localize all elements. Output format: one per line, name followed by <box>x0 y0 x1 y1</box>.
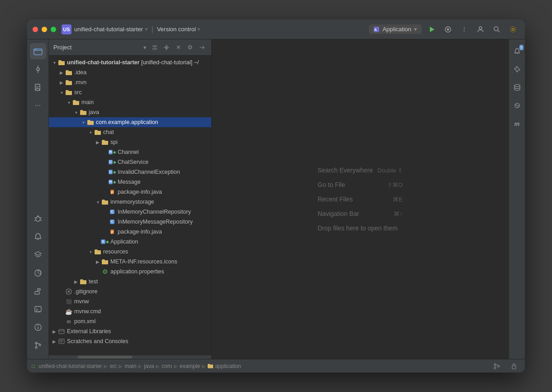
src-arrow: ▾ <box>58 90 65 95</box>
meta-inf-folder-icon <box>101 258 109 265</box>
project-dropdown-arrow[interactable]: ▾ <box>145 26 148 33</box>
right-notifications-button[interactable]: ! <box>509 43 525 59</box>
spi-folder-icon <box>101 139 109 146</box>
sidebar-item-debug[interactable] <box>30 210 46 227</box>
tree-channel[interactable]: R ◆ Channel <box>49 147 211 157</box>
close-panel-button[interactable]: ✕ <box>173 43 183 53</box>
tree-app-properties[interactable]: ⚙ application.properties <box>49 267 211 277</box>
run-configuration[interactable]: A Application ▾ <box>369 24 422 34</box>
debug-button[interactable] <box>442 23 454 36</box>
sidebar-item-notifications[interactable] <box>30 229 46 245</box>
services-icon <box>34 269 42 277</box>
settings-button[interactable] <box>507 23 519 36</box>
tree-root[interactable]: ▾ unified-chat-tutorial-starter [unified… <box>49 57 211 67</box>
bookmark-icon <box>34 83 42 91</box>
hint-goto-file: Go to File ⇧⌘O <box>318 181 403 188</box>
tree-resources[interactable]: ▾ resources <box>49 247 211 257</box>
scrollbar-thumb[interactable] <box>78 356 132 359</box>
resources-arrow: ▾ <box>87 249 94 254</box>
sidebar-item-commit[interactable] <box>30 61 46 77</box>
folder-icon <box>33 47 43 56</box>
tree-idea[interactable]: ▶ .idea <box>49 67 211 77</box>
sidebar-item-services[interactable] <box>30 265 46 281</box>
expand-panel-button[interactable] <box>197 43 207 53</box>
tree-mvn[interactable]: ▶ .mvn <box>49 77 211 87</box>
app-config-dropdown[interactable]: ▾ <box>414 26 417 33</box>
maximize-button[interactable] <box>51 27 56 32</box>
status-branch-button[interactable] <box>490 360 503 373</box>
sidebar-item-build[interactable] <box>30 283 46 299</box>
tree-src[interactable]: ▾ src <box>49 87 211 97</box>
sidebar-item-info[interactable] <box>30 319 46 335</box>
tree-pom[interactable]: m pom.xml <box>49 316 211 326</box>
tree-com-example[interactable]: ▾ com.example.application <box>49 117 211 127</box>
panel-dropdown[interactable]: ▾ <box>143 44 146 51</box>
tree-mvnw-cmd[interactable]: ☕ mvnw.cmd <box>49 306 211 316</box>
breadcrumb-src[interactable]: src <box>109 363 117 369</box>
svg-rect-22 <box>35 292 39 294</box>
chat-folder-icon <box>94 129 101 136</box>
right-mermaid-button[interactable]: m <box>509 115 525 132</box>
spi-arrow: ▶ <box>94 140 101 145</box>
sidebar-item-terminal[interactable] <box>30 301 46 317</box>
com-example-folder-icon <box>87 119 94 126</box>
status-branch-icon <box>494 363 500 369</box>
tree-scratches-consoles[interactable]: ▶ Scratches and Consoles <box>49 336 211 346</box>
root-folder-icon <box>58 59 65 66</box>
tree-main[interactable]: ▾ main <box>49 97 211 107</box>
tree-in-memory-channel[interactable]: C InMemoryChannelRepository <box>49 207 211 217</box>
breadcrumb-root[interactable]: unified-chat-tutorial-starter <box>38 363 102 369</box>
tree-package-info-2[interactable]: p package-info.java <box>49 227 211 237</box>
horizontal-scrollbar[interactable] <box>49 355 211 359</box>
sidebar-item-vcs-bottom[interactable] <box>30 337 46 354</box>
profile-button[interactable] <box>474 23 487 36</box>
package-info-2-icon: p <box>109 228 116 235</box>
right-plugins-button[interactable] <box>509 61 525 77</box>
hint-recent-files: Recent Files ⌘E <box>318 196 403 203</box>
tree-java[interactable]: ▾ java <box>49 107 211 117</box>
svg-line-19 <box>40 220 42 221</box>
svg-rect-38 <box>59 339 64 344</box>
tree-invalid-channel[interactable]: C ◆ InvalidChannelException <box>49 167 211 177</box>
version-control-label[interactable]: Version control <box>157 26 196 33</box>
close-button[interactable] <box>33 27 38 32</box>
tree-chat[interactable]: ▾ chat <box>49 127 211 137</box>
minimize-button[interactable] <box>42 27 47 32</box>
breadcrumb-com[interactable]: com <box>162 363 172 369</box>
tree-application[interactable]: S ◆ Application <box>49 237 211 247</box>
right-ai-button[interactable] <box>509 97 525 114</box>
tree-package-info-1[interactable]: p package-info.java <box>49 187 211 197</box>
breadcrumb-main[interactable]: main <box>124 363 136 369</box>
tree-in-memory-message[interactable]: C InMemoryMessageRepository <box>49 217 211 227</box>
more-options-button[interactable]: ⋮ <box>458 23 471 36</box>
collapse-all-button[interactable] <box>150 43 160 53</box>
tree-chatservice[interactable]: C ◆ ChatService <box>49 157 211 167</box>
tree-mvnw[interactable]: ⬛ mvnw <box>49 296 211 306</box>
sidebar-item-project[interactable] <box>30 43 46 59</box>
breadcrumb-example[interactable]: example <box>180 363 200 369</box>
run-button[interactable] <box>425 23 438 36</box>
scroll-from-source-button[interactable] <box>162 43 171 53</box>
tree-spi[interactable]: ▶ spi <box>49 137 211 147</box>
status-lock-button[interactable] <box>508 360 520 373</box>
breadcrumb-application[interactable]: application <box>208 363 241 369</box>
vc-dropdown-arrow[interactable]: ▾ <box>197 26 200 33</box>
scratches-arrow: ▶ <box>51 339 58 344</box>
sidebar-item-layers[interactable] <box>30 247 46 263</box>
sidebar-item-more[interactable]: ··· <box>30 97 46 114</box>
project-name[interactable]: unified-chat-tutorial-starter <box>74 26 143 33</box>
package-info-1-icon: p <box>109 188 116 196</box>
search-everywhere-button[interactable] <box>490 23 503 36</box>
tree-external-libraries[interactable]: ▶ External Libraries <box>49 326 211 336</box>
breadcrumb-java[interactable]: java <box>144 363 154 369</box>
tree-test[interactable]: ▶ test <box>49 277 211 287</box>
tree-gitignore[interactable]: .gitignore <box>49 287 211 296</box>
tree-message[interactable]: R ◆ Message <box>49 177 211 187</box>
ide-window: US unified-chat-tutorial-starter ▾ | Ver… <box>27 19 525 373</box>
tree-meta-inf[interactable]: ▶ META-INF.resources.icons <box>49 257 211 267</box>
gear-panel-button[interactable]: ⚙ <box>185 43 195 53</box>
tree-inmemorystorage[interactable]: ▾ inmemorystorage <box>49 197 211 207</box>
right-database-button[interactable] <box>509 79 525 96</box>
profile-icon <box>477 26 484 33</box>
sidebar-item-bookmarks[interactable] <box>30 79 46 96</box>
